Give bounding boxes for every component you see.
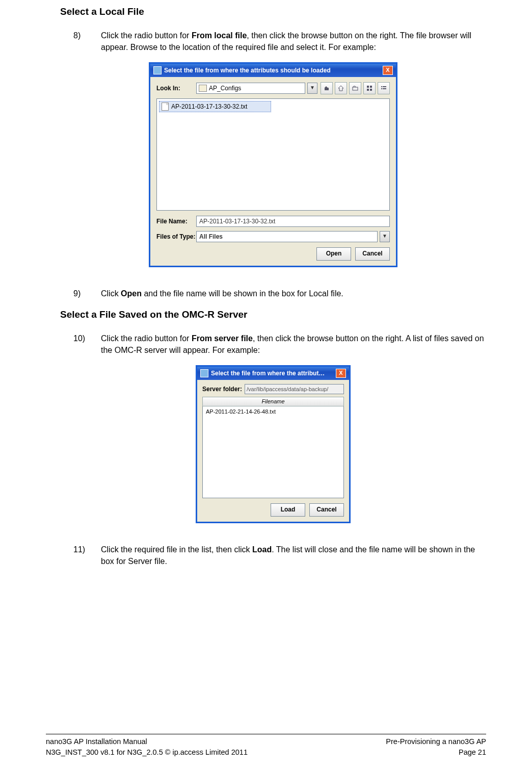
file-name: AP-2011-03-17-13-30-32.txt <box>171 103 247 110</box>
step-11: 11) Click the required file in the list,… <box>73 544 486 567</box>
dialog-titlebar: Select the file from where the attribute… <box>150 64 396 77</box>
step-number: 11) <box>73 544 101 567</box>
text-bold: Open <box>121 289 142 298</box>
step-number: 8) <box>73 30 101 53</box>
step-body: Click the radio button for From server f… <box>101 332 486 356</box>
text: Click the required file in the list, the… <box>101 545 252 554</box>
server-file-dialog: Select the file from where the attribut…… <box>196 365 351 523</box>
footer-manual-title: nano3G AP Installation Manual <box>46 736 248 747</box>
svg-rect-4 <box>370 89 372 91</box>
list-column-header[interactable]: Filename <box>202 397 344 406</box>
lookin-dropdown-arrow[interactable]: ▼ <box>307 83 317 94</box>
up-folder-button[interactable] <box>321 82 333 94</box>
text: and the file name will be shown in the b… <box>142 289 343 298</box>
dialog-titlebar: Select the file from where the attribut…… <box>197 367 349 380</box>
load-button[interactable]: Load <box>271 503 305 517</box>
footer-page-number: Page 21 <box>386 747 486 758</box>
section-title-local: Select a Local File <box>60 6 486 17</box>
svg-rect-3 <box>367 89 369 91</box>
text: Click <box>101 289 121 298</box>
lookin-value: AP_Configs <box>209 85 241 92</box>
filetype-label: Files of Type: <box>156 233 196 240</box>
close-button[interactable]: X <box>383 66 393 75</box>
text-bold: From local file <box>192 31 247 40</box>
filetype-select[interactable]: All Files <box>196 231 378 242</box>
svg-rect-7 <box>381 88 382 89</box>
lookin-label: Look In: <box>156 85 196 92</box>
file-open-dialog: Select the file from where the attribute… <box>149 62 397 267</box>
svg-rect-0 <box>353 87 358 90</box>
svg-rect-8 <box>383 88 386 89</box>
cancel-button[interactable]: Cancel <box>355 247 390 261</box>
folder-icon <box>199 85 207 92</box>
svg-rect-2 <box>370 86 372 88</box>
svg-rect-5 <box>381 86 382 87</box>
text: Click the radio button for <box>101 334 192 343</box>
list-view-button[interactable] <box>363 82 376 94</box>
server-folder-label: Server folder: <box>202 386 242 393</box>
cancel-button[interactable]: Cancel <box>309 503 344 517</box>
text: Click the radio button for <box>101 31 192 40</box>
page-footer: nano3G AP Installation Manual N3G_INST_3… <box>46 734 486 758</box>
footer-copyright: N3G_INST_300 v8.1 for N3G_2.0.5 © ip.acc… <box>46 747 248 758</box>
dialog-title: Select the file from where the attribute… <box>164 67 383 74</box>
svg-rect-1 <box>367 86 369 88</box>
window-icon <box>200 369 208 377</box>
new-folder-button[interactable] <box>349 82 361 94</box>
lookin-select[interactable]: AP_Configs <box>196 83 305 94</box>
file-list-item[interactable]: AP-2011-03-17-13-30-32.txt <box>159 101 271 112</box>
file-list-pane[interactable]: AP-2011-03-17-13-30-32.txt <box>156 98 390 211</box>
window-icon <box>153 66 162 74</box>
filename-input[interactable]: AP-2011-03-17-13-30-32.txt <box>196 216 390 227</box>
section-title-server: Select a File Saved on the OMC-R Server <box>60 309 486 320</box>
text-bold: From server file <box>192 334 253 343</box>
step-body: Click Open and the file name will be sho… <box>101 288 486 299</box>
server-file-list[interactable]: AP-2011-02-21-14-26-48.txt <box>202 406 344 498</box>
step-8: 8) Click the radio button for From local… <box>73 30 486 53</box>
filetype-dropdown-arrow[interactable]: ▼ <box>380 231 390 242</box>
open-button[interactable]: Open <box>316 247 351 261</box>
step-number: 9) <box>73 288 101 299</box>
svg-rect-6 <box>383 86 386 87</box>
dialog-title: Select the file from where the attribut… <box>211 370 336 377</box>
step-number: 10) <box>73 332 101 356</box>
file-icon <box>162 103 169 111</box>
close-button[interactable]: X <box>336 369 346 378</box>
footer-chapter: Pre-Provisioning a nano3G AP <box>386 736 486 747</box>
home-button[interactable] <box>335 82 347 94</box>
step-body: Click the radio button for From local fi… <box>101 30 486 53</box>
step-10: 10) Click the radio button for From serv… <box>73 332 486 356</box>
filename-label: File Name: <box>156 218 196 225</box>
step-9: 9) Click Open and the file name will be … <box>73 288 486 299</box>
details-view-button[interactable] <box>378 82 390 94</box>
step-body: Click the required file in the list, the… <box>101 544 486 567</box>
list-item[interactable]: AP-2011-02-21-14-26-48.txt <box>205 407 341 416</box>
server-folder-input[interactable]: /var/lib/ipaccess/data/ap-backup/ <box>245 384 344 394</box>
text-bold: Load <box>252 545 272 554</box>
